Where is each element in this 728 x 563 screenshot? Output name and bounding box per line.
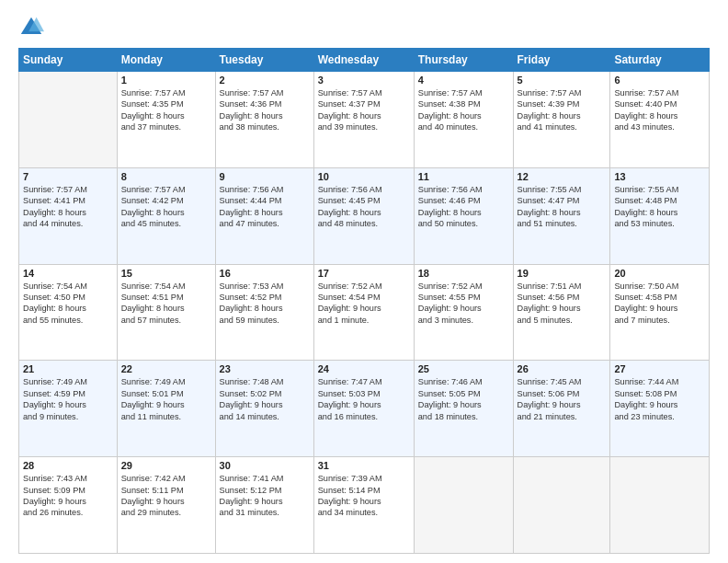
day-info: Sunrise: 7:56 AM Sunset: 4:44 PM Dayligh… xyxy=(220,184,310,230)
calendar-cell: 22Sunrise: 7:49 AM Sunset: 5:01 PM Dayli… xyxy=(117,361,215,457)
day-info: Sunrise: 7:56 AM Sunset: 4:46 PM Dayligh… xyxy=(418,184,509,230)
day-info: Sunrise: 7:57 AM Sunset: 4:42 PM Dayligh… xyxy=(121,184,211,230)
day-info: Sunrise: 7:55 AM Sunset: 4:48 PM Dayligh… xyxy=(614,184,705,230)
calendar-cell: 9Sunrise: 7:56 AM Sunset: 4:44 PM Daylig… xyxy=(215,167,313,264)
weekday-header-thursday: Thursday xyxy=(414,49,513,72)
calendar-cell: 14Sunrise: 7:54 AM Sunset: 4:50 PM Dayli… xyxy=(19,264,118,361)
day-info: Sunrise: 7:57 AM Sunset: 4:39 PM Dayligh… xyxy=(518,87,607,133)
day-number: 21 xyxy=(23,363,113,374)
weekday-header-saturday: Saturday xyxy=(610,49,710,72)
day-info: Sunrise: 7:43 AM Sunset: 5:09 PM Dayligh… xyxy=(23,473,113,519)
week-row-1: 1Sunrise: 7:57 AM Sunset: 4:35 PM Daylig… xyxy=(19,72,710,168)
calendar-cell: 6Sunrise: 7:57 AM Sunset: 4:40 PM Daylig… xyxy=(610,72,710,168)
calendar-table: SundayMondayTuesdayWednesdayThursdayFrid… xyxy=(18,48,710,554)
day-number: 14 xyxy=(23,268,113,279)
calendar-cell: 29Sunrise: 7:42 AM Sunset: 5:11 PM Dayli… xyxy=(117,457,215,554)
calendar-cell: 16Sunrise: 7:53 AM Sunset: 4:52 PM Dayli… xyxy=(215,264,313,361)
header xyxy=(18,15,710,40)
calendar-cell: 13Sunrise: 7:55 AM Sunset: 4:48 PM Dayli… xyxy=(610,167,710,264)
day-number: 31 xyxy=(318,460,410,471)
day-number: 7 xyxy=(23,171,113,182)
day-info: Sunrise: 7:57 AM Sunset: 4:36 PM Dayligh… xyxy=(220,87,310,133)
calendar-cell: 17Sunrise: 7:52 AM Sunset: 4:54 PM Dayli… xyxy=(313,264,414,361)
calendar-cell: 31Sunrise: 7:39 AM Sunset: 5:14 PM Dayli… xyxy=(313,457,414,554)
calendar-cell: 18Sunrise: 7:52 AM Sunset: 4:55 PM Dayli… xyxy=(414,264,513,361)
logo-icon xyxy=(18,15,44,40)
day-number: 12 xyxy=(518,171,607,182)
day-info: Sunrise: 7:39 AM Sunset: 5:14 PM Dayligh… xyxy=(318,473,410,519)
day-info: Sunrise: 7:53 AM Sunset: 4:52 PM Dayligh… xyxy=(220,281,310,327)
calendar-cell: 10Sunrise: 7:56 AM Sunset: 4:45 PM Dayli… xyxy=(313,167,414,264)
day-info: Sunrise: 7:49 AM Sunset: 4:59 PM Dayligh… xyxy=(23,376,113,422)
calendar-cell: 8Sunrise: 7:57 AM Sunset: 4:42 PM Daylig… xyxy=(117,167,215,264)
weekday-header-sunday: Sunday xyxy=(19,49,118,72)
calendar-cell: 21Sunrise: 7:49 AM Sunset: 4:59 PM Dayli… xyxy=(19,361,118,457)
day-info: Sunrise: 7:55 AM Sunset: 4:47 PM Dayligh… xyxy=(518,184,607,230)
calendar-cell: 1Sunrise: 7:57 AM Sunset: 4:35 PM Daylig… xyxy=(117,72,215,168)
week-row-3: 14Sunrise: 7:54 AM Sunset: 4:50 PM Dayli… xyxy=(19,264,710,361)
day-info: Sunrise: 7:57 AM Sunset: 4:40 PM Dayligh… xyxy=(614,87,705,133)
weekday-header-wednesday: Wednesday xyxy=(313,49,414,72)
day-number: 30 xyxy=(220,460,310,471)
calendar-cell: 20Sunrise: 7:50 AM Sunset: 4:58 PM Dayli… xyxy=(610,264,710,361)
day-info: Sunrise: 7:56 AM Sunset: 4:45 PM Dayligh… xyxy=(318,184,410,230)
day-number: 28 xyxy=(23,460,113,471)
calendar-cell: 11Sunrise: 7:56 AM Sunset: 4:46 PM Dayli… xyxy=(414,167,513,264)
calendar-cell xyxy=(610,457,710,554)
day-number: 22 xyxy=(121,363,211,374)
calendar-cell xyxy=(513,457,610,554)
day-number: 20 xyxy=(614,268,705,279)
day-number: 6 xyxy=(614,75,705,86)
calendar-cell: 24Sunrise: 7:47 AM Sunset: 5:03 PM Dayli… xyxy=(313,361,414,457)
day-number: 18 xyxy=(418,268,509,279)
day-number: 2 xyxy=(220,75,310,86)
day-number: 19 xyxy=(518,268,607,279)
day-number: 3 xyxy=(318,75,410,86)
weekday-header-row: SundayMondayTuesdayWednesdayThursdayFrid… xyxy=(19,49,710,72)
calendar-cell: 5Sunrise: 7:57 AM Sunset: 4:39 PM Daylig… xyxy=(513,72,610,168)
day-number: 10 xyxy=(318,171,410,182)
day-info: Sunrise: 7:54 AM Sunset: 4:50 PM Dayligh… xyxy=(23,281,113,327)
weekday-header-tuesday: Tuesday xyxy=(215,49,313,72)
week-row-2: 7Sunrise: 7:57 AM Sunset: 4:41 PM Daylig… xyxy=(19,167,710,264)
day-info: Sunrise: 7:45 AM Sunset: 5:06 PM Dayligh… xyxy=(518,376,607,422)
calendar-cell: 30Sunrise: 7:41 AM Sunset: 5:12 PM Dayli… xyxy=(215,457,313,554)
day-number: 4 xyxy=(418,75,509,86)
calendar-cell: 19Sunrise: 7:51 AM Sunset: 4:56 PM Dayli… xyxy=(513,264,610,361)
calendar-cell: 2Sunrise: 7:57 AM Sunset: 4:36 PM Daylig… xyxy=(215,72,313,168)
calendar-cell: 12Sunrise: 7:55 AM Sunset: 4:47 PM Dayli… xyxy=(513,167,610,264)
day-number: 1 xyxy=(121,75,211,86)
day-info: Sunrise: 7:42 AM Sunset: 5:11 PM Dayligh… xyxy=(121,473,211,519)
day-info: Sunrise: 7:57 AM Sunset: 4:37 PM Dayligh… xyxy=(318,87,410,133)
calendar-cell: 4Sunrise: 7:57 AM Sunset: 4:38 PM Daylig… xyxy=(414,72,513,168)
day-info: Sunrise: 7:44 AM Sunset: 5:08 PM Dayligh… xyxy=(614,376,705,422)
day-info: Sunrise: 7:52 AM Sunset: 4:55 PM Dayligh… xyxy=(418,281,509,327)
page: SundayMondayTuesdayWednesdayThursdayFrid… xyxy=(0,0,728,563)
calendar-cell: 3Sunrise: 7:57 AM Sunset: 4:37 PM Daylig… xyxy=(313,72,414,168)
day-info: Sunrise: 7:57 AM Sunset: 4:38 PM Dayligh… xyxy=(418,87,509,133)
day-number: 16 xyxy=(220,268,310,279)
day-info: Sunrise: 7:49 AM Sunset: 5:01 PM Dayligh… xyxy=(121,376,211,422)
day-info: Sunrise: 7:50 AM Sunset: 4:58 PM Dayligh… xyxy=(614,281,705,327)
weekday-header-monday: Monday xyxy=(117,49,215,72)
calendar-cell: 27Sunrise: 7:44 AM Sunset: 5:08 PM Dayli… xyxy=(610,361,710,457)
day-number: 8 xyxy=(121,171,211,182)
day-number: 27 xyxy=(614,363,705,374)
calendar-cell: 7Sunrise: 7:57 AM Sunset: 4:41 PM Daylig… xyxy=(19,167,118,264)
day-info: Sunrise: 7:48 AM Sunset: 5:02 PM Dayligh… xyxy=(220,376,310,422)
calendar-cell: 15Sunrise: 7:54 AM Sunset: 4:51 PM Dayli… xyxy=(117,264,215,361)
day-number: 11 xyxy=(418,171,509,182)
day-info: Sunrise: 7:57 AM Sunset: 4:41 PM Dayligh… xyxy=(23,184,113,230)
day-number: 15 xyxy=(121,268,211,279)
day-info: Sunrise: 7:46 AM Sunset: 5:05 PM Dayligh… xyxy=(418,376,509,422)
day-number: 23 xyxy=(220,363,310,374)
day-info: Sunrise: 7:51 AM Sunset: 4:56 PM Dayligh… xyxy=(518,281,607,327)
calendar-cell: 23Sunrise: 7:48 AM Sunset: 5:02 PM Dayli… xyxy=(215,361,313,457)
calendar-cell xyxy=(19,72,118,168)
day-number: 29 xyxy=(121,460,211,471)
calendar-cell xyxy=(414,457,513,554)
day-info: Sunrise: 7:54 AM Sunset: 4:51 PM Dayligh… xyxy=(121,281,211,327)
day-info: Sunrise: 7:52 AM Sunset: 4:54 PM Dayligh… xyxy=(318,281,410,327)
day-info: Sunrise: 7:41 AM Sunset: 5:12 PM Dayligh… xyxy=(220,473,310,519)
day-number: 26 xyxy=(518,363,607,374)
